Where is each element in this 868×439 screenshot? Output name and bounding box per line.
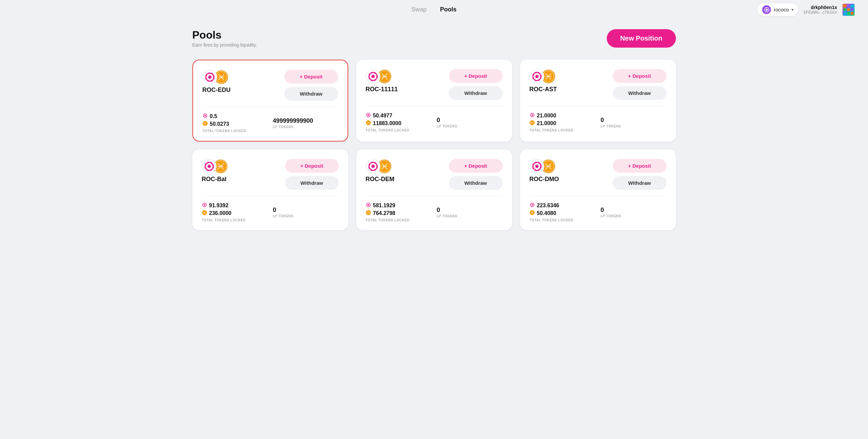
total-tokens-label: TOTAL TOKENS LOCKED — [530, 129, 595, 132]
card-stats: 21.0000 21.0000 TOTAL TOKENS LOCKED 0 LP… — [530, 106, 666, 132]
token1-row: 581.1929 — [366, 202, 432, 209]
deposit-button[interactable]: + Deposit — [284, 70, 338, 83]
token2-row: 764.2798 — [366, 210, 432, 216]
withdraw-button[interactable]: Withdraw — [449, 86, 503, 100]
pool-identity: ROC-EDU — [203, 70, 231, 94]
card-buttons: + Deposit Withdraw — [613, 159, 666, 190]
roc-stat-icon — [366, 202, 371, 209]
withdraw-button[interactable]: Withdraw — [449, 176, 503, 190]
main-content: Pools Earn fees by providing liquidity. … — [179, 19, 689, 250]
card-buttons: + Deposit Withdraw — [613, 69, 666, 100]
page-title: Pools — [192, 29, 257, 41]
card-top: ROC-AST + Deposit Withdraw — [530, 69, 666, 100]
roc-token-icon — [366, 69, 380, 84]
user-address: 5FEdWo...cTKGUr — [804, 10, 837, 15]
pool-identity: ROC-11111 — [366, 69, 398, 93]
network-icon — [762, 5, 771, 14]
pool-identity: ROC-DMO — [530, 159, 559, 183]
pool-card-roc-bal[interactable]: ROC-Bal + Deposit Withdraw 91.9392 — [192, 149, 348, 230]
token-icons — [530, 69, 557, 84]
total-tokens-label: TOTAL TOKENS LOCKED — [202, 218, 268, 222]
token2-row: 11883.0000 — [366, 120, 432, 127]
lp-value: 499999999900 — [273, 117, 338, 125]
total-tokens-stat: 91.9392 236.0000 TOTAL TOKENS LOCKED — [202, 202, 268, 222]
deposit-button[interactable]: + Deposit — [449, 69, 503, 83]
token2-value: 764.2798 — [373, 210, 396, 216]
token2-value: 50.0273 — [210, 121, 229, 127]
pool-card-roc-dmo[interactable]: ROC-DMO + Deposit Withdraw 223.6346 — [520, 149, 676, 230]
card-top: ROC-DEM + Deposit Withdraw — [366, 159, 503, 190]
gold-stat-icon — [202, 210, 207, 216]
token1-value: 50.4977 — [373, 113, 393, 119]
total-tokens-stat: 50.4977 11883.0000 TOTAL TOKENS LOCKED — [366, 112, 432, 132]
card-buttons: + Deposit Withdraw — [449, 159, 503, 190]
withdraw-button[interactable]: Withdraw — [285, 176, 339, 190]
pool-card-roc-ast[interactable]: ROC-AST + Deposit Withdraw 21.0000 — [520, 60, 676, 141]
withdraw-button[interactable]: Withdraw — [613, 86, 666, 100]
card-top: ROC-EDU + Deposit Withdraw — [203, 70, 338, 101]
page-header: Pools Earn fees by providing liquidity. … — [192, 29, 676, 47]
lp-label: LP TOKENS — [273, 125, 338, 129]
roc-token-icon — [202, 159, 217, 174]
nav-pools[interactable]: Pools — [440, 6, 457, 13]
card-buttons: + Deposit Withdraw — [285, 159, 339, 190]
roc-token-icon — [530, 159, 544, 174]
token2-row: 21.0000 — [530, 120, 595, 127]
pool-identity: ROC-DEM — [366, 159, 395, 183]
gold-stat-icon — [530, 120, 535, 127]
withdraw-button[interactable]: Withdraw — [284, 87, 338, 101]
token1-row: 91.9392 — [202, 202, 268, 209]
total-tokens-label: TOTAL TOKENS LOCKED — [366, 218, 432, 222]
card-top: ROC-DMO + Deposit Withdraw — [530, 159, 666, 190]
token2-value: 50.4080 — [537, 210, 556, 216]
lp-tokens-stat: 499999999900 LP TOKENS — [273, 113, 338, 133]
token-icons — [366, 159, 395, 174]
pool-card-roc-edu[interactable]: ROC-EDU + Deposit Withdraw 0.5 — [192, 60, 348, 141]
network-name: rococo — [774, 7, 789, 12]
lp-tokens-stat: 0 LP TOKENS — [437, 202, 503, 222]
nav-links: Swap Pools — [411, 6, 456, 13]
lp-label: LP TOKENS — [273, 214, 339, 218]
deposit-button[interactable]: + Deposit — [449, 159, 503, 173]
card-top: ROC-11111 + Deposit Withdraw — [366, 69, 503, 100]
roc-token-icon — [530, 69, 544, 84]
token2-row: 50.4080 — [530, 210, 595, 216]
token1-value: 223.6346 — [537, 203, 559, 209]
total-tokens-stat: 21.0000 21.0000 TOTAL TOKENS LOCKED — [530, 112, 595, 132]
navigation: Swap Pools rococo ▾ drkph0en1x 5FEdWo...… — [0, 0, 868, 19]
card-stats: 91.9392 236.0000 TOTAL TOKENS LOCKED 0 L… — [202, 196, 339, 222]
lp-label: LP TOKENS — [437, 125, 503, 128]
token1-row: 223.6346 — [530, 202, 595, 209]
token1-row: 50.4977 — [366, 112, 432, 119]
token2-value: 11883.0000 — [373, 121, 402, 127]
nav-swap[interactable]: Swap — [411, 6, 427, 13]
lp-value: 0 — [437, 117, 503, 124]
deposit-button[interactable]: + Deposit — [613, 159, 666, 173]
pool-card-roc-dem[interactable]: ROC-DEM + Deposit Withdraw 581.1929 — [356, 149, 512, 230]
card-stats: 0.5 50.0273 TOTAL TOKENS LOCKED 49999999… — [203, 107, 338, 133]
pool-name: ROC-DMO — [530, 176, 559, 183]
nav-right: rococo ▾ drkph0en1x 5FEdWo...cTKGUr — [757, 3, 855, 16]
withdraw-button[interactable]: Withdraw — [613, 176, 666, 190]
total-tokens-label: TOTAL TOKENS LOCKED — [203, 129, 268, 133]
pool-card-roc-11111[interactable]: ROC-11111 + Deposit Withdraw 50.4977 — [356, 60, 512, 141]
deposit-button[interactable]: + Deposit — [613, 69, 666, 83]
deposit-button[interactable]: + Deposit — [285, 159, 339, 173]
network-selector[interactable]: rococo ▾ — [757, 3, 798, 16]
token-icons — [202, 159, 228, 174]
token-icons — [203, 70, 231, 85]
card-buttons: + Deposit Withdraw — [449, 69, 503, 100]
lp-tokens-stat: 0 LP TOKENS — [601, 112, 666, 132]
token1-row: 21.0000 — [530, 112, 595, 119]
total-tokens-label: TOTAL TOKENS LOCKED — [530, 218, 595, 222]
roc-token-icon — [203, 70, 217, 85]
token2-value: 236.0000 — [209, 210, 232, 216]
lp-label: LP TOKENS — [437, 214, 503, 218]
token-icons — [530, 159, 559, 174]
roc-stat-icon — [530, 202, 535, 209]
total-tokens-stat: 223.6346 50.4080 TOTAL TOKENS LOCKED — [530, 202, 595, 222]
card-stats: 50.4977 11883.0000 TOTAL TOKENS LOCKED 0… — [366, 106, 503, 132]
new-position-button[interactable]: New Position — [607, 29, 676, 47]
user-avatar[interactable] — [842, 4, 855, 16]
pool-identity: ROC-Bal — [202, 159, 228, 183]
